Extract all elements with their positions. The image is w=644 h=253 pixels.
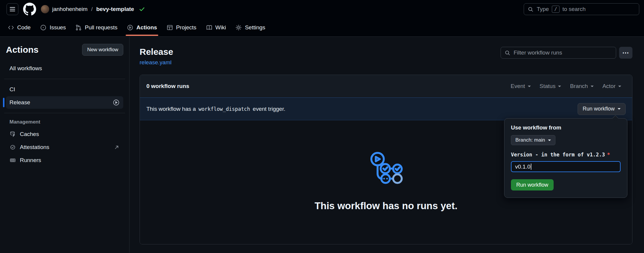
filter-label: Actor bbox=[603, 83, 616, 89]
chevron-down-icon bbox=[591, 86, 594, 89]
sidebar-item-attestations[interactable]: Attestations bbox=[6, 141, 123, 153]
new-workflow-button[interactable]: New workflow bbox=[82, 44, 123, 56]
tab-label: Code bbox=[17, 24, 31, 31]
event-filter-dropdown[interactable]: Event bbox=[506, 83, 535, 89]
global-search-input[interactable]: Type / to search bbox=[524, 3, 639, 15]
banner-text-after: event trigger. bbox=[253, 106, 285, 112]
avatar[interactable] bbox=[41, 5, 49, 13]
banner-code: workflow_dispatch bbox=[199, 106, 250, 112]
hamburger-icon bbox=[9, 6, 15, 12]
verified-badge-icon bbox=[9, 144, 16, 150]
run-workflow-submit-button[interactable]: Run workflow bbox=[511, 179, 554, 190]
workflow-dispatch-banner: This workflow has a workflow_dispatch ev… bbox=[140, 97, 632, 120]
chevron-down-icon bbox=[618, 108, 621, 111]
tab-issues[interactable]: Issues bbox=[35, 18, 71, 36]
divider bbox=[4, 79, 125, 79]
management-section-label: Management bbox=[6, 119, 123, 125]
text-cursor bbox=[531, 164, 531, 170]
required-marker: * bbox=[607, 152, 610, 158]
tab-label: Settings bbox=[245, 24, 265, 31]
code-icon bbox=[8, 24, 14, 31]
workflow-graph-illustration bbox=[370, 152, 403, 185]
search-icon bbox=[504, 50, 511, 56]
filter-label: Event bbox=[511, 83, 525, 89]
selected-indicator-bar bbox=[3, 98, 4, 107]
divider bbox=[4, 113, 125, 113]
tab-label: Issues bbox=[49, 24, 66, 31]
all-workflows-label: All workflows bbox=[9, 65, 42, 72]
cache-database-icon bbox=[9, 131, 16, 137]
chevron-down-icon bbox=[528, 86, 531, 89]
table-icon bbox=[167, 24, 173, 31]
tab-settings[interactable]: Settings bbox=[231, 18, 270, 36]
filter-label: Branch bbox=[570, 83, 588, 89]
banner-text-before: This workflow has a bbox=[146, 106, 196, 112]
workflow-label: Release bbox=[9, 99, 30, 106]
management-item-label: Runners bbox=[20, 157, 41, 164]
tab-label: Wiki bbox=[215, 24, 226, 31]
page-title: Release bbox=[140, 47, 173, 57]
workflow-options-kebab-button[interactable]: ⋯ bbox=[619, 47, 632, 59]
breadcrumb: janhohenheim / bevy-template bbox=[41, 5, 145, 13]
workflow-file-link[interactable]: release.yaml bbox=[140, 59, 173, 66]
breadcrumb-separator: / bbox=[91, 6, 92, 12]
version-input-value: v0.1.0 bbox=[515, 164, 530, 170]
global-bar: janhohenheim / bevy-template Type / to s… bbox=[0, 0, 644, 18]
tab-label: Pull requests bbox=[85, 24, 117, 31]
tab-projects[interactable]: Projects bbox=[162, 18, 201, 36]
actor-filter-dropdown[interactable]: Actor bbox=[598, 83, 626, 89]
branch-select-button[interactable]: Branch: main bbox=[511, 135, 555, 145]
repo-nav: Code Issues Pull requests Actions Projec… bbox=[0, 18, 644, 37]
run-workflow-dropdown-button[interactable]: Run workflow bbox=[578, 103, 626, 115]
workflow-dispatch-play-icon bbox=[113, 99, 120, 106]
sidebar-item-workflow-ci[interactable]: CI bbox=[6, 83, 123, 96]
chevron-down-icon bbox=[558, 86, 561, 89]
chevron-down-icon bbox=[618, 86, 621, 89]
runs-count: 0 workflow runs bbox=[146, 83, 189, 89]
version-input-label: Version - in the form of v1.2.3 bbox=[511, 152, 605, 158]
run-workflow-panel: Use workflow from Branch: main Version -… bbox=[504, 118, 627, 198]
top-header: janhohenheim / bevy-template Type / to s… bbox=[0, 0, 644, 37]
branch-select-label: Branch: main bbox=[515, 137, 545, 143]
main-content: Release release.yaml ⋯ 0 workflow runs E… bbox=[130, 37, 644, 253]
tab-wiki[interactable]: Wiki bbox=[201, 18, 231, 36]
breadcrumb-repo[interactable]: bevy-template bbox=[96, 6, 134, 12]
branch-filter-dropdown[interactable]: Branch bbox=[565, 83, 598, 89]
sidebar-item-all-workflows[interactable]: All workflows bbox=[6, 62, 123, 75]
filter-workflow-runs-box bbox=[501, 47, 616, 59]
runs-card-header: 0 workflow runs Event Status Branch bbox=[140, 75, 632, 97]
gear-icon bbox=[235, 24, 242, 31]
filter-workflow-runs-input[interactable] bbox=[514, 49, 612, 56]
play-icon bbox=[127, 24, 133, 31]
management-item-label: Caches bbox=[20, 131, 39, 137]
management-item-label: Attestations bbox=[20, 144, 49, 150]
chevron-down-icon bbox=[548, 140, 551, 142]
status-check-icon[interactable] bbox=[139, 6, 145, 12]
search-placeholder-prefix: Type bbox=[537, 6, 549, 12]
run-workflow-dropdown-label: Run workflow bbox=[583, 106, 615, 112]
actions-sidebar: Actions New workflow All workflows CI Re… bbox=[0, 37, 130, 253]
external-link-icon bbox=[114, 144, 120, 150]
use-workflow-from-label: Use workflow from bbox=[511, 124, 621, 131]
slash-keycap: / bbox=[552, 6, 560, 13]
tab-label: Actions bbox=[136, 24, 157, 31]
version-input[interactable]: v0.1.0 bbox=[511, 161, 621, 172]
sidebar-item-caches[interactable]: Caches bbox=[6, 128, 123, 140]
github-logo-icon[interactable] bbox=[23, 3, 36, 16]
sidebar-item-runners[interactable]: Runners bbox=[6, 154, 123, 166]
runners-server-icon bbox=[9, 157, 16, 164]
status-filter-dropdown[interactable]: Status bbox=[535, 83, 566, 89]
breadcrumb-owner[interactable]: janhohenheim bbox=[52, 6, 87, 12]
tab-actions[interactable]: Actions bbox=[122, 18, 162, 36]
sidebar-title: Actions bbox=[6, 45, 39, 55]
book-icon bbox=[206, 24, 212, 31]
hamburger-menu-button[interactable] bbox=[7, 3, 18, 15]
sidebar-item-workflow-release[interactable]: Release bbox=[6, 96, 123, 109]
tab-pull-requests[interactable]: Pull requests bbox=[71, 18, 122, 36]
search-icon bbox=[528, 6, 534, 12]
tab-code[interactable]: Code bbox=[3, 18, 35, 36]
search-placeholder-suffix: to search bbox=[562, 6, 586, 12]
filter-label: Status bbox=[540, 83, 556, 89]
workflow-label: CI bbox=[9, 86, 15, 93]
issue-opened-icon bbox=[40, 24, 47, 31]
